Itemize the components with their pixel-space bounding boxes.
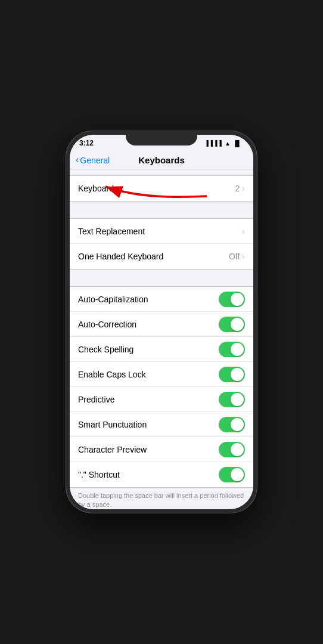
back-button[interactable]: ‹ General	[76, 155, 110, 165]
battery-icon: ▐▌	[233, 140, 241, 147]
toggle-thumb	[231, 443, 244, 456]
keyboards-row[interactable]: Keyboards 2 ›	[70, 176, 253, 201]
toggle-thumb	[231, 393, 244, 406]
notch	[126, 131, 197, 145]
auto-capitalization-toggle[interactable]	[219, 292, 245, 307]
toggle-thumb	[231, 293, 244, 306]
character-preview-label: Character Preview	[78, 445, 147, 454]
toggle-thumb	[231, 368, 244, 381]
back-label: General	[80, 156, 110, 165]
text-replacement-chevron-icon: ›	[242, 227, 245, 236]
check-spelling-label: Check Spelling	[78, 345, 133, 354]
shortcut-toggle[interactable]	[219, 467, 245, 482]
toggle-thumb	[231, 468, 244, 481]
wifi-icon: ▲	[225, 140, 231, 147]
predictive-toggle[interactable]	[219, 392, 245, 407]
shortcut-row[interactable]: "." Shortcut	[70, 462, 253, 487]
status-icons: ▐▐▐▐ ▲ ▐▌	[204, 140, 241, 147]
scroll-content: Keyboards 2 ›	[70, 169, 253, 509]
predictive-row[interactable]: Predictive	[70, 387, 253, 412]
enable-caps-lock-label: Enable Caps Lock	[78, 370, 146, 379]
smart-punctuation-row[interactable]: Smart Punctuation	[70, 412, 253, 437]
one-handed-value: Off	[229, 252, 240, 261]
toggle-thumb	[231, 418, 244, 431]
one-handed-right: Off ›	[229, 252, 245, 261]
check-spelling-row[interactable]: Check Spelling	[70, 337, 253, 362]
smart-punctuation-toggle[interactable]	[219, 417, 245, 432]
toggle-thumb	[231, 343, 244, 356]
keyboards-right: 2 ›	[235, 184, 245, 193]
keyboards-label: Keyboards	[78, 184, 118, 193]
keyboards-section: Keyboards 2 ›	[70, 175, 253, 202]
auto-capitalization-label: Auto-Capitalization	[78, 295, 148, 304]
gap-1	[70, 202, 253, 218]
toggle-thumb	[231, 318, 244, 331]
enable-caps-lock-row[interactable]: Enable Caps Lock	[70, 362, 253, 387]
gap-2	[70, 270, 253, 286]
smart-punctuation-label: Smart Punctuation	[78, 420, 147, 429]
keyboards-chevron-icon: ›	[242, 184, 245, 193]
shortcut-footer-note: Double tapping the space bar will insert…	[70, 488, 253, 509]
phone-screen: 3:12 ✈ ▐▐▐▐ ▲ ▐▌ ‹ General Keyboards Key…	[70, 135, 253, 509]
predictive-label: Predictive	[78, 395, 114, 404]
status-time: 3:12	[79, 139, 94, 147]
one-handed-chevron-icon: ›	[242, 252, 245, 261]
page-title: Keyboards	[138, 155, 185, 165]
character-preview-toggle[interactable]	[219, 442, 245, 457]
shortcut-label: "." Shortcut	[78, 470, 120, 479]
text-replacement-row[interactable]: Text Replacement ›	[70, 219, 253, 244]
character-preview-row[interactable]: Character Preview	[70, 437, 253, 462]
gap-top	[70, 169, 253, 175]
nav-bar: ‹ General Keyboards	[70, 151, 253, 169]
toggles-section: Auto-Capitalization Auto-Correction Chec…	[70, 286, 253, 488]
auto-capitalization-row[interactable]: Auto-Capitalization	[70, 287, 253, 312]
auto-correction-row[interactable]: Auto-Correction	[70, 312, 253, 337]
auto-correction-label: Auto-Correction	[78, 320, 136, 329]
keyboards-count: 2	[235, 184, 240, 193]
one-handed-label: One Handed Keyboard	[78, 252, 163, 261]
back-chevron-icon: ‹	[76, 154, 79, 165]
signal-icon: ▐▐▐▐	[204, 140, 222, 146]
phone-frame: 3:12 ✈ ▐▐▐▐ ▲ ▐▌ ‹ General Keyboards Key…	[66, 131, 257, 513]
enable-caps-lock-toggle[interactable]	[219, 367, 245, 382]
text-replacement-label: Text Replacement	[78, 227, 145, 236]
nav-section: Text Replacement › One Handed Keyboard O…	[70, 218, 253, 270]
one-handed-keyboard-row[interactable]: One Handed Keyboard Off ›	[70, 244, 253, 269]
auto-correction-toggle[interactable]	[219, 317, 245, 332]
check-spelling-toggle[interactable]	[219, 342, 245, 357]
